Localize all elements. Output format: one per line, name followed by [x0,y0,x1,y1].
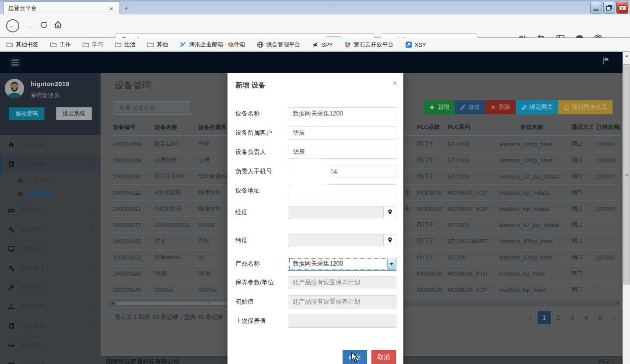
initial-value-input[interactable]: 此产品没有设置保养计划 [288,295,396,308]
sidebar-item-system-overview[interactable]: 系统总览 [0,135,101,154]
device-customer-input[interactable]: 华辰 [288,126,396,140]
username: hignton2019 [31,80,69,88]
bookmark-item[interactable]: 生活 [115,41,136,49]
button-label: 绑定网关 [529,103,553,111]
back-button[interactable]: ← [6,19,19,32]
device-manager-input[interactable]: 华辰 [288,146,396,159]
envelope-icon [8,342,15,349]
table-cell: 200003248 [109,157,151,164]
reload-button[interactable] [40,21,48,31]
language-flag-icon[interactable] [602,56,610,65]
table-cell: S7-1200 [444,173,496,180]
scroll-up-icon[interactable]: ▲ [623,52,630,60]
edit-button[interactable]: 修改 [455,100,485,114]
table-cell: 100000 [593,206,621,212]
vertical-scroll-thumb[interactable] [623,64,630,285]
bookmark-item[interactable]: 工作 [50,41,71,49]
table-cell: MODBUS_TCP [444,206,496,212]
sidebar-collapse-icon[interactable] [10,58,21,67]
bookmark-item[interactable]: XSY [405,41,426,48]
bookmark-item[interactable]: 萤石云开放平台 [344,41,394,49]
close-button[interactable]: x [616,2,628,14]
table-cell: MODBUS [413,206,444,212]
map-pin-button[interactable] [384,234,396,247]
circle-icon [18,191,23,197]
home-button[interactable] [54,21,62,31]
device-name-input[interactable]: 数据网关采集1200 [288,107,396,120]
add-button[interactable]: 新增 [424,100,455,114]
bookmark-item[interactable]: SPY [312,41,333,48]
bookmark-item[interactable]: 其他书签 [6,41,38,49]
map-pin-button[interactable] [384,206,396,219]
device-search-input[interactable] [115,101,190,115]
force-sync-button[interactable]: 强制同步点表 [558,100,612,114]
window-controls: x [590,2,628,14]
table-cell: modbus_tcp_hidata [496,206,568,212]
tab-close-icon[interactable]: × [108,4,115,13]
modal-close-icon[interactable]: × [392,79,397,87]
table-cell: siemens_s7tcp_hinet [496,141,568,147]
maintain-param-input[interactable]: 此产品没有设置保养计划 [288,276,396,289]
page-next[interactable]: › [608,311,621,324]
forward-button[interactable]: → [25,21,34,31]
page-4[interactable]: 4 [580,311,593,324]
table-cell: 200003165 [109,238,151,245]
vertical-scrollbar[interactable]: ▲ [623,52,630,364]
cancel-button[interactable]: 取消 [371,350,396,364]
close-icon: x [619,5,626,10]
dropdown-arrow-icon[interactable] [387,258,396,270]
sidebar-item-linkage-control[interactable]: 联动控制‹ [0,297,101,316]
table-cell: 西门子 [413,253,444,261]
delete-button[interactable]: 删除 [485,100,516,114]
page-prev[interactable]: ‹ [524,311,537,324]
chevron-left-icon: ‹ [91,322,94,330]
last-maintain-value-input[interactable] [288,315,396,328]
table-cell: 网口 [568,221,593,229]
scroll-left-icon[interactable]: ◄ [110,301,116,306]
sidebar-item-message-notify[interactable]: 消息通知‹ [0,316,101,336]
table-cell: 200003149 [109,270,151,277]
table-cell: MODBUS [413,189,444,196]
bookmark-item[interactable]: 腾讯企业邮箱 - 收件箱 [179,41,245,49]
sidebar-item-label: 视频管理 [20,245,73,253]
table-cell: 网口 [568,205,593,213]
page-3[interactable]: 3 [566,311,579,324]
bookmark-item[interactable]: 其他 [147,41,168,49]
logout-button[interactable]: 退出系统 [56,107,92,120]
table-cell: siemens_s7_tcp_hidata [496,222,568,228]
latitude-input[interactable] [288,234,384,247]
sidebar-item-fault-manage[interactable]: 故障管理‹ [0,259,101,278]
page-2[interactable]: 2 [552,311,565,324]
scroll-right-icon[interactable]: ► [615,301,621,306]
sidebar-item-video-manage[interactable]: 视频管理 [0,239,101,259]
table-cell: 网口 [568,189,593,196]
user-role: 系统管理员 [31,91,59,99]
sidebar-item-maintain-plan[interactable]: 保养计划 [0,278,101,297]
table-cell: 0303ce [151,287,195,293]
restore-button[interactable] [603,2,615,14]
bind-gateway-button[interactable]: 绑定网关 [516,100,558,114]
sidebar-item-scada-manage[interactable]: 组态管理‹ [0,220,101,239]
change-password-button[interactable]: 修改密码 [9,107,45,120]
sidebar-item-product-device[interactable]: 产品设备‹ [0,154,101,174]
sidebar-item-sms-manage[interactable]: 短信管理 [0,336,101,355]
page-5[interactable]: 5 [594,311,607,324]
longitude-input[interactable] [288,206,384,219]
sidebar-item-gateway-manage[interactable]: 网关管理‹ [0,201,101,220]
bookmark-item[interactable]: 综合管理平台 [257,41,301,49]
page-1[interactable]: 1 [538,311,551,324]
browser-tab[interactable]: 思普云平台 × [4,1,120,15]
product-name-select[interactable]: 数据网关采集1200 [288,257,396,271]
table-cell: 西门子 [413,237,444,245]
minimize-button[interactable] [590,2,602,14]
sidebar-item-space-manage[interactable]: 空间管理 [0,355,101,364]
bookmark-item[interactable]: 学习 [82,41,103,49]
bookmark-label: 综合管理平台 [266,41,301,49]
new-tab-button[interactable]: + [124,4,129,13]
longitude-control [288,206,396,219]
button-label: 新增 [438,103,449,111]
column-header: 设备名称 [151,123,195,131]
sidebar-item-device-manage[interactable]: 设备管理 [0,187,101,201]
field-row-device-customer: 设备所属客户华辰 [235,126,396,140]
sidebar-item-product-manage[interactable]: 产品管理 [0,174,101,187]
